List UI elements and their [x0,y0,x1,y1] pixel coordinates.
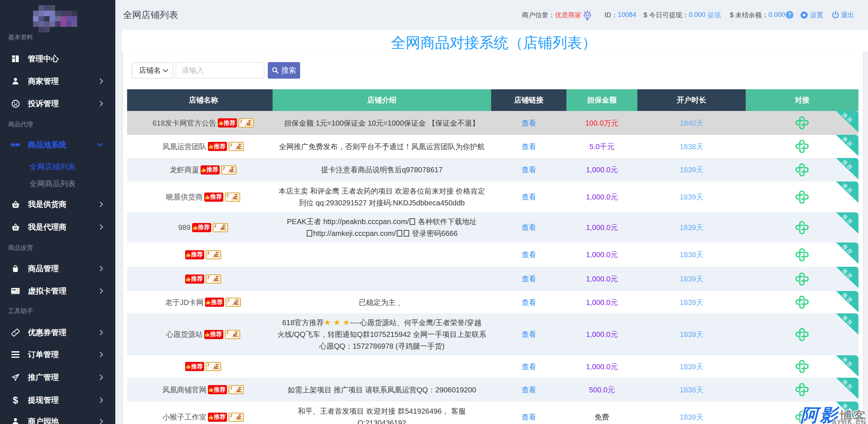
svg-text:?: ? [788,12,791,18]
